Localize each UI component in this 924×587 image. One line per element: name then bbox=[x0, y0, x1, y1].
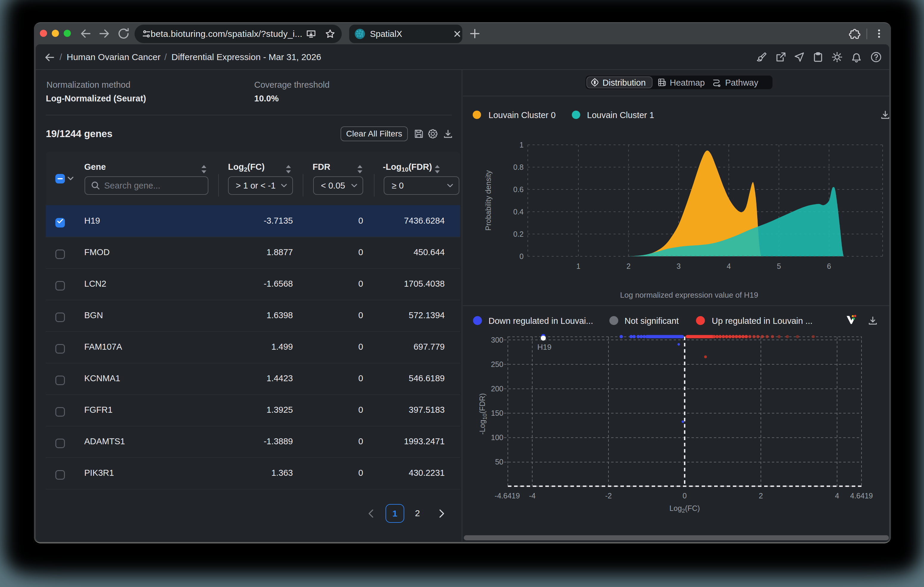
svg-text:Log2(FC): Log2(FC) bbox=[670, 504, 700, 514]
svg-text:0: 0 bbox=[683, 492, 687, 500]
svg-text:0.6: 0.6 bbox=[513, 185, 524, 194]
svg-text:100: 100 bbox=[491, 433, 503, 442]
svg-text:0.8: 0.8 bbox=[513, 163, 524, 171]
svg-text:50: 50 bbox=[495, 458, 503, 466]
svg-text:4.6419: 4.6419 bbox=[850, 492, 873, 500]
svg-text:4: 4 bbox=[835, 492, 839, 500]
svg-text:150: 150 bbox=[491, 409, 503, 417]
svg-text:1: 1 bbox=[576, 262, 581, 270]
svg-text:5: 5 bbox=[777, 262, 781, 270]
svg-text:2: 2 bbox=[626, 262, 630, 270]
svg-text:0.4: 0.4 bbox=[513, 207, 524, 216]
svg-text:200: 200 bbox=[491, 385, 503, 393]
svg-text:-Log10(FDR): -Log10(FDR) bbox=[478, 393, 488, 434]
svg-text:2: 2 bbox=[759, 492, 763, 500]
svg-text:H19: H19 bbox=[537, 342, 552, 352]
svg-text:0: 0 bbox=[520, 252, 524, 260]
svg-text:0.2: 0.2 bbox=[513, 230, 524, 238]
svg-text:4: 4 bbox=[727, 262, 731, 270]
svg-text:-4.6419: -4.6419 bbox=[495, 492, 520, 500]
svg-text:6: 6 bbox=[827, 262, 831, 270]
svg-text:-4: -4 bbox=[529, 492, 536, 500]
svg-text:250: 250 bbox=[491, 360, 503, 368]
svg-text:3: 3 bbox=[676, 262, 681, 270]
svg-text:Probability density: Probability density bbox=[484, 170, 492, 230]
svg-text:300: 300 bbox=[491, 336, 503, 344]
svg-text:1: 1 bbox=[520, 141, 524, 149]
svg-text:-2: -2 bbox=[605, 492, 612, 500]
